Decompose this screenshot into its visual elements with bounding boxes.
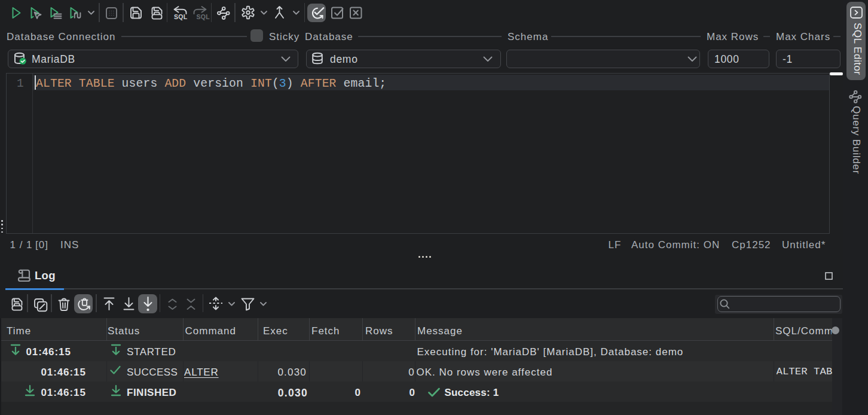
svg-text:SQL: SQL (197, 13, 210, 20)
svg-text:SQL: SQL (174, 13, 188, 20)
